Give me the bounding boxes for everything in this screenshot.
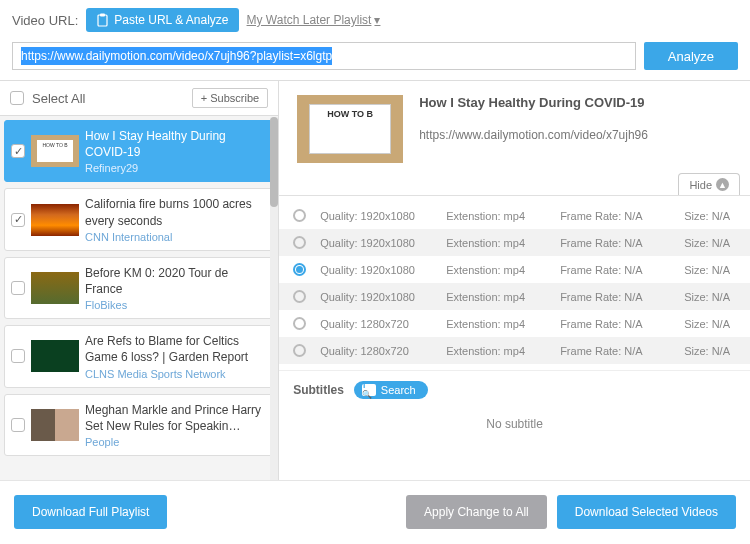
video-item[interactable]: Meghan Markle and Prince Harry Set New R… [4, 394, 274, 456]
video-item[interactable]: Before KM 0: 2020 Tour de FranceFloBikes [4, 257, 274, 319]
quality-radio[interactable] [293, 344, 306, 357]
video-checkbox[interactable] [11, 281, 25, 295]
quality-size: Size: N/A [684, 210, 736, 222]
quality-framerate: Frame Rate: N/A [560, 345, 670, 357]
video-publisher: FloBikes [85, 299, 267, 311]
scrollbar-thumb[interactable] [270, 117, 278, 207]
quality-list: Quality: 1920x1080Extenstion: mp4Frame R… [279, 196, 750, 370]
quality-framerate: Frame Rate: N/A [560, 264, 670, 276]
quality-row[interactable]: Quality: 1920x1080Extenstion: mp4Frame R… [279, 283, 750, 310]
chevron-up-icon: ▲ [716, 178, 729, 191]
video-item[interactable]: How I Stay Healthy During COVID-19Refine… [4, 120, 274, 182]
video-title: How I Stay Healthy During COVID-19 [85, 128, 267, 160]
quality-size: Size: N/A [684, 237, 736, 249]
quality-extension: Extenstion: mp4 [446, 291, 546, 303]
url-label: Video URL: [12, 13, 78, 28]
video-title: Before KM 0: 2020 Tour de France [85, 265, 267, 297]
video-checkbox[interactable] [11, 418, 25, 432]
select-all-label: Select All [32, 91, 192, 106]
subtitles-search-button[interactable]: T🔍 Search [354, 381, 428, 399]
subtitles-label: Subtitles [293, 383, 344, 397]
video-title: Meghan Markle and Prince Harry Set New R… [85, 402, 267, 434]
video-publisher: People [85, 436, 267, 448]
video-checkbox[interactable] [11, 349, 25, 363]
search-icon: T🔍 [362, 384, 376, 396]
scrollbar-track[interactable] [270, 117, 278, 480]
quality-radio[interactable] [293, 317, 306, 330]
video-title: Are Refs to Blame for Celtics Game 6 los… [85, 333, 267, 365]
quality-framerate: Frame Rate: N/A [560, 318, 670, 330]
quality-extension: Extenstion: mp4 [446, 237, 546, 249]
quality-row[interactable]: Quality: 1920x1080Extenstion: mp4Frame R… [279, 256, 750, 283]
quality-resolution: Quality: 1280x720 [320, 345, 432, 357]
watch-later-link[interactable]: My Watch Later Playlist ▾ [247, 13, 381, 27]
quality-extension: Extenstion: mp4 [446, 210, 546, 222]
quality-radio[interactable] [293, 263, 306, 276]
hide-toggle[interactable]: Hide ▲ [678, 173, 740, 195]
quality-radio[interactable] [293, 290, 306, 303]
video-publisher: CNN International [85, 231, 267, 243]
video-thumbnail [31, 135, 79, 167]
quality-radio[interactable] [293, 209, 306, 222]
video-list[interactable]: How I Stay Healthy During COVID-19Refine… [0, 116, 278, 480]
svg-rect-0 [98, 15, 107, 26]
quality-framerate: Frame Rate: N/A [560, 210, 670, 222]
quality-row[interactable]: Quality: 1280x720Extenstion: mp4Frame Ra… [279, 310, 750, 337]
no-subtitle-text: No subtitle [279, 405, 750, 443]
quality-size: Size: N/A [684, 264, 736, 276]
quality-framerate: Frame Rate: N/A [560, 291, 670, 303]
paste-analyze-label: Paste URL & Analyze [114, 13, 228, 27]
svg-rect-1 [100, 14, 105, 17]
video-publisher: CLNS Media Sports Network [85, 368, 267, 380]
url-input[interactable]: https://www.dailymotion.com/video/x7ujh9… [12, 42, 636, 70]
quality-row[interactable]: Quality: 1280x720Extenstion: mp4Frame Ra… [279, 337, 750, 364]
quality-size: Size: N/A [684, 345, 736, 357]
subscribe-button[interactable]: + Subscribe [192, 88, 268, 108]
video-thumbnail [31, 340, 79, 372]
quality-radio[interactable] [293, 236, 306, 249]
quality-row[interactable]: Quality: 1920x1080Extenstion: mp4Frame R… [279, 229, 750, 256]
quality-resolution: Quality: 1920x1080 [320, 264, 432, 276]
quality-size: Size: N/A [684, 318, 736, 330]
download-full-playlist-button[interactable]: Download Full Playlist [14, 495, 167, 529]
quality-framerate: Frame Rate: N/A [560, 237, 670, 249]
quality-extension: Extenstion: mp4 [446, 345, 546, 357]
quality-resolution: Quality: 1920x1080 [320, 237, 432, 249]
quality-row[interactable]: Quality: 1920x1080Extenstion: mp4Frame R… [279, 202, 750, 229]
paste-analyze-button[interactable]: Paste URL & Analyze [86, 8, 238, 32]
video-item[interactable]: California fire burns 1000 acres every s… [4, 188, 274, 250]
video-title: California fire burns 1000 acres every s… [85, 196, 267, 228]
chevron-down-icon: ▾ [374, 13, 380, 27]
video-thumbnail [31, 409, 79, 441]
detail-url: https://www.dailymotion.com/video/x7ujh9… [419, 128, 732, 142]
clipboard-icon [96, 13, 109, 27]
video-item[interactable]: Are Refs to Blame for Celtics Game 6 los… [4, 325, 274, 387]
apply-change-all-button[interactable]: Apply Change to All [406, 495, 547, 529]
quality-extension: Extenstion: mp4 [446, 264, 546, 276]
select-all-checkbox[interactable] [10, 91, 24, 105]
quality-resolution: Quality: 1920x1080 [320, 291, 432, 303]
video-checkbox[interactable] [11, 213, 25, 227]
video-checkbox[interactable] [11, 144, 25, 158]
quality-resolution: Quality: 1920x1080 [320, 210, 432, 222]
video-thumbnail [31, 272, 79, 304]
video-thumbnail [31, 204, 79, 236]
quality-resolution: Quality: 1280x720 [320, 318, 432, 330]
download-selected-button[interactable]: Download Selected Videos [557, 495, 736, 529]
detail-thumbnail: HOW TO B [297, 95, 403, 163]
quality-size: Size: N/A [684, 291, 736, 303]
quality-extension: Extenstion: mp4 [446, 318, 546, 330]
video-publisher: Refinery29 [85, 162, 267, 174]
detail-title: How I Stay Healthy During COVID-19 [419, 95, 732, 110]
analyze-button[interactable]: Analyze [644, 42, 738, 70]
